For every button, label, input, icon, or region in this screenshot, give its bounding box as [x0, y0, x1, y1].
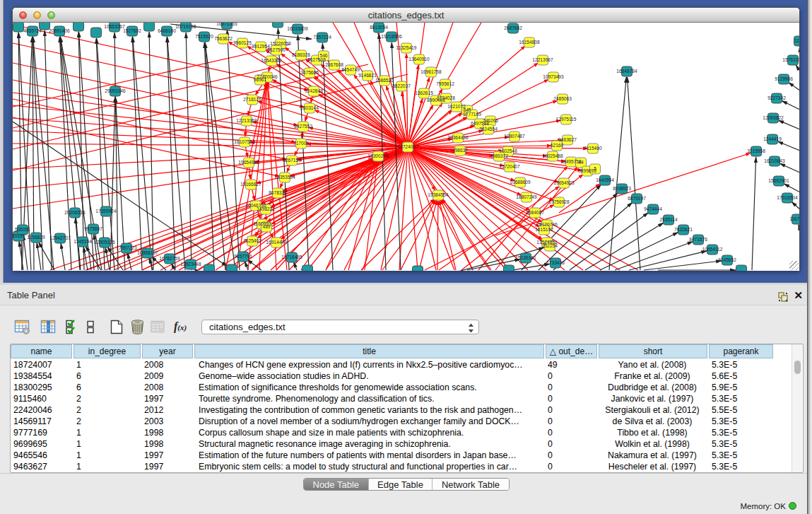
svg-text:62160: 62160	[551, 143, 564, 148]
svg-text:717006: 717006	[293, 141, 309, 146]
svg-text:2867608: 2867608	[325, 62, 343, 67]
svg-text:116753: 116753	[789, 216, 799, 221]
svg-text:29053346: 29053346	[105, 88, 126, 93]
svg-text:1640954: 1640954	[596, 177, 614, 182]
svg-text:8938923: 8938923	[613, 186, 631, 191]
svg-text:2935114: 2935114	[659, 217, 678, 222]
svg-text:17016504: 17016504	[777, 195, 798, 200]
svg-text:2803144: 2803144	[300, 105, 319, 110]
svg-text:3215958: 3215958	[747, 148, 765, 153]
svg-text:9084067: 9084067	[526, 210, 544, 215]
svg-text:12093822: 12093822	[763, 115, 784, 120]
svg-text:9146821: 9146821	[358, 73, 377, 78]
svg-text:12923448: 12923448	[180, 262, 201, 267]
svg-text:8427552: 8427552	[294, 124, 312, 129]
svg-text:15751074: 15751074	[782, 57, 799, 62]
svg-text:10654112: 10654112	[702, 247, 723, 252]
svg-text:1156829: 1156829	[27, 235, 45, 240]
svg-text:10688609: 10688609	[510, 180, 531, 185]
svg-text:9627500: 9627500	[267, 47, 286, 52]
svg-text:17957223: 17957223	[116, 245, 137, 250]
svg-text:6466160: 6466160	[158, 28, 176, 33]
svg-text:7357224: 7357224	[313, 35, 331, 40]
svg-text:1117: 1117	[794, 38, 799, 43]
svg-text:1002548: 1002548	[499, 148, 517, 153]
svg-text:16154808: 16154808	[519, 40, 540, 45]
svg-text:16033809: 16033809	[287, 26, 308, 31]
svg-text:1527602: 1527602	[123, 28, 141, 33]
svg-text:9975867: 9975867	[84, 226, 102, 231]
svg-text:4055724: 4055724	[23, 28, 42, 33]
svg-text:13640910: 13640910	[408, 57, 430, 62]
svg-text:546: 546	[319, 53, 327, 58]
svg-text:10973493: 10973493	[543, 74, 564, 79]
svg-text:16648784: 16648784	[616, 69, 637, 74]
svg-text:489: 489	[262, 224, 270, 229]
svg-text:98961: 98961	[254, 77, 267, 82]
svg-text:6879197: 6879197	[628, 196, 646, 201]
svg-text:798637: 798637	[452, 148, 468, 153]
svg-text:12213967: 12213967	[532, 57, 553, 62]
svg-text:19166827: 19166827	[240, 182, 261, 187]
svg-text:19384554: 19384554	[428, 192, 449, 197]
svg-text:17359924: 17359924	[95, 209, 117, 214]
svg-text:11325419: 11325419	[396, 45, 417, 50]
svg-text:10653267: 10653267	[104, 24, 125, 29]
svg-text:1615192: 1615192	[535, 227, 553, 232]
svg-text:8813054: 8813054	[370, 25, 388, 30]
svg-text:20206536: 20206536	[64, 210, 86, 215]
svg-text:3624554: 3624554	[479, 127, 498, 132]
svg-text:7563822: 7563822	[214, 36, 233, 41]
svg-text:535051: 535051	[15, 227, 30, 232]
svg-text:18724007: 18724007	[397, 144, 418, 149]
svg-text:9657791: 9657791	[234, 254, 252, 259]
svg-text:7485063: 7485063	[553, 96, 572, 101]
svg-text:12353594: 12353594	[274, 175, 295, 180]
svg-text:1733426: 1733426	[546, 260, 565, 265]
svg-text:2687682: 2687682	[504, 25, 522, 30]
svg-text:15136141: 15136141	[515, 255, 536, 260]
svg-text:9627505: 9627505	[307, 57, 326, 62]
svg-text:2718126: 2718126	[243, 97, 261, 102]
svg-text:16210643: 16210643	[764, 158, 785, 163]
svg-text:8454749: 8454749	[341, 67, 360, 72]
svg-text:12213369: 12213369	[236, 118, 257, 123]
svg-text:10807487: 10807487	[504, 134, 525, 139]
svg-text:10958107: 10958107	[137, 250, 158, 255]
svg-text:6794028: 6794028	[437, 95, 455, 100]
svg-text:18300295: 18300295	[367, 153, 389, 158]
svg-text:19756928: 19756928	[548, 199, 570, 204]
svg-text:7632621: 7632621	[674, 227, 693, 232]
svg-text:16107553: 16107553	[234, 139, 255, 144]
svg-text:16961758: 16961758	[420, 69, 442, 74]
svg-text:15720407: 15720407	[499, 164, 520, 169]
svg-text:9463627: 9463627	[558, 137, 577, 142]
svg-text:15226058: 15226058	[270, 41, 291, 46]
svg-text:16543382: 16543382	[261, 58, 282, 63]
svg-text:1586520: 1586520	[375, 78, 394, 83]
svg-text:8678332: 8678332	[269, 190, 287, 195]
svg-text:1345194: 1345194	[73, 239, 92, 244]
svg-text:16120746: 16120746	[536, 222, 558, 227]
svg-text:20691406: 20691406	[49, 28, 70, 33]
svg-text:19654985: 19654985	[238, 160, 259, 165]
svg-text:3675685: 3675685	[300, 70, 319, 75]
svg-text:9227342: 9227342	[767, 95, 786, 100]
svg-text:10025488: 10025488	[542, 153, 563, 158]
svg-text:5: 5	[594, 166, 596, 171]
svg-text:10719155: 10719155	[175, 24, 196, 29]
svg-text:12975115: 12975115	[556, 117, 577, 122]
svg-text:12942737: 12942737	[49, 235, 71, 240]
svg-text:44: 44	[578, 160, 584, 165]
svg-text:9245652: 9245652	[718, 257, 736, 262]
svg-text:7955812: 7955812	[436, 81, 454, 86]
svg-text:18807249: 18807249	[516, 194, 537, 199]
svg-text:8471676: 8471676	[689, 237, 707, 242]
svg-text:7625402: 7625402	[243, 238, 261, 243]
svg-text:16671355: 16671355	[216, 23, 237, 26]
svg-text:7986372: 7986372	[490, 153, 508, 158]
svg-text:20364436: 20364436	[447, 135, 469, 140]
svg-text:8822037: 8822037	[392, 83, 411, 88]
svg-text:746266: 746266	[483, 118, 498, 123]
svg-text:252254: 252254	[542, 243, 558, 248]
